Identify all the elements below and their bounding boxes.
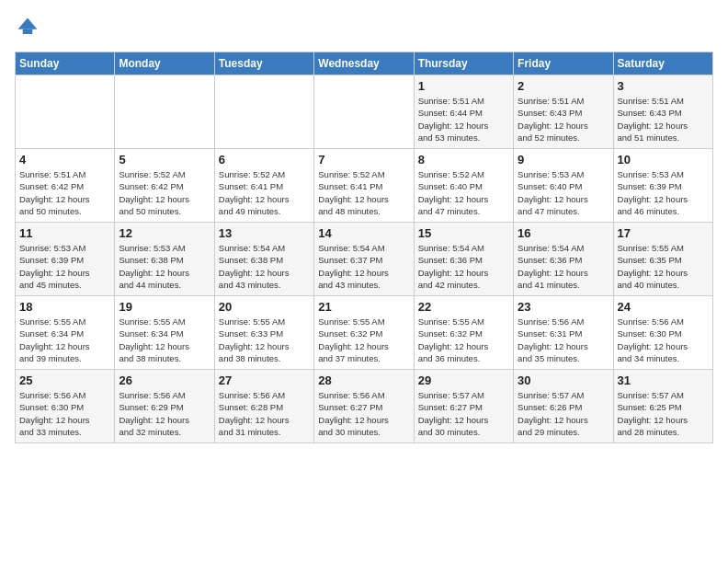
day-info: Sunrise: 5:56 AMSunset: 6:30 PMDaylight:… [618,316,709,364]
calendar-cell: 21Sunrise: 5:55 AMSunset: 6:32 PMDayligh… [314,296,414,370]
day-number: 2 [518,79,609,93]
day-number: 8 [418,153,509,167]
day-info: Sunrise: 5:54 AMSunset: 6:36 PMDaylight:… [518,242,609,291]
day-info: Sunrise: 5:55 AMSunset: 6:33 PMDaylight:… [219,316,310,364]
calendar-cell: 10Sunrise: 5:53 AMSunset: 6:39 PMDayligh… [613,149,712,223]
svg-rect-1 [23,29,33,34]
col-saturday: Saturday [613,52,712,75]
calendar-week-2: 4Sunrise: 5:51 AMSunset: 6:42 PMDaylight… [16,149,713,223]
day-number: 28 [318,373,409,387]
calendar-cell: 9Sunrise: 5:53 AMSunset: 6:40 PMDaylight… [514,149,613,223]
day-info: Sunrise: 5:51 AMSunset: 6:44 PMDaylight:… [418,95,509,144]
day-number: 20 [219,300,310,314]
calendar-cell: 7Sunrise: 5:52 AMSunset: 6:41 PMDaylight… [314,149,414,223]
calendar-week-5: 25Sunrise: 5:56 AMSunset: 6:30 PMDayligh… [16,370,713,443]
calendar-cell: 14Sunrise: 5:54 AMSunset: 6:37 PMDayligh… [314,223,414,296]
calendar-cell: 31Sunrise: 5:57 AMSunset: 6:25 PMDayligh… [613,370,712,443]
calendar-cell: 26Sunrise: 5:56 AMSunset: 6:29 PMDayligh… [115,370,214,443]
calendar-cell: 18Sunrise: 5:55 AMSunset: 6:34 PMDayligh… [16,296,115,370]
col-monday: Monday [115,52,214,75]
day-number: 7 [318,153,409,167]
col-friday: Friday [514,52,613,75]
day-number: 11 [19,226,110,240]
calendar-cell: 6Sunrise: 5:52 AMSunset: 6:41 PMDaylight… [214,149,313,223]
calendar-cell: 17Sunrise: 5:55 AMSunset: 6:35 PMDayligh… [613,223,712,296]
day-info: Sunrise: 5:53 AMSunset: 6:39 PMDaylight:… [618,168,709,217]
svg-marker-0 [18,18,38,29]
calendar-week-4: 18Sunrise: 5:55 AMSunset: 6:34 PMDayligh… [16,296,713,370]
calendar-header: Sunday Monday Tuesday Wednesday Thursday… [16,52,713,75]
page-header [15,15,713,40]
calendar-cell: 2Sunrise: 5:51 AMSunset: 6:43 PMDaylight… [514,75,613,149]
day-number: 4 [19,153,110,167]
day-number: 17 [618,226,709,240]
day-number: 27 [219,373,310,387]
day-info: Sunrise: 5:53 AMSunset: 6:39 PMDaylight:… [19,242,110,291]
calendar-cell: 19Sunrise: 5:55 AMSunset: 6:34 PMDayligh… [115,296,214,370]
calendar-cell: 15Sunrise: 5:54 AMSunset: 6:36 PMDayligh… [414,223,513,296]
day-info: Sunrise: 5:55 AMSunset: 6:32 PMDaylight:… [418,316,509,364]
day-number: 6 [219,153,310,167]
day-info: Sunrise: 5:54 AMSunset: 6:37 PMDaylight:… [318,242,409,291]
day-info: Sunrise: 5:55 AMSunset: 6:35 PMDaylight:… [618,242,709,291]
day-number: 23 [518,300,609,314]
calendar-cell: 20Sunrise: 5:55 AMSunset: 6:33 PMDayligh… [214,296,313,370]
calendar-cell [16,75,115,149]
calendar-week-3: 11Sunrise: 5:53 AMSunset: 6:39 PMDayligh… [16,223,713,296]
calendar-cell: 27Sunrise: 5:56 AMSunset: 6:28 PMDayligh… [214,370,313,443]
day-info: Sunrise: 5:56 AMSunset: 6:28 PMDaylight:… [219,389,310,438]
day-number: 14 [318,226,409,240]
calendar-cell: 4Sunrise: 5:51 AMSunset: 6:42 PMDaylight… [16,149,115,223]
day-info: Sunrise: 5:55 AMSunset: 6:32 PMDaylight:… [318,316,409,364]
calendar-cell: 25Sunrise: 5:56 AMSunset: 6:30 PMDayligh… [16,370,115,443]
day-number: 31 [618,373,709,387]
day-info: Sunrise: 5:53 AMSunset: 6:40 PMDaylight:… [518,168,609,217]
calendar-cell: 30Sunrise: 5:57 AMSunset: 6:26 PMDayligh… [514,370,613,443]
day-number: 25 [19,373,110,387]
header-row: Sunday Monday Tuesday Wednesday Thursday… [16,52,713,75]
day-info: Sunrise: 5:51 AMSunset: 6:43 PMDaylight:… [618,95,709,144]
day-number: 21 [318,300,409,314]
calendar-week-1: 1Sunrise: 5:51 AMSunset: 6:44 PMDaylight… [16,75,713,149]
day-number: 16 [518,226,609,240]
day-info: Sunrise: 5:56 AMSunset: 6:27 PMDaylight:… [318,389,409,438]
day-number: 10 [618,153,709,167]
day-info: Sunrise: 5:51 AMSunset: 6:42 PMDaylight:… [19,168,110,217]
day-number: 29 [418,373,509,387]
col-thursday: Thursday [414,52,513,75]
day-info: Sunrise: 5:57 AMSunset: 6:26 PMDaylight:… [518,389,609,438]
calendar-cell: 23Sunrise: 5:56 AMSunset: 6:31 PMDayligh… [514,296,613,370]
day-info: Sunrise: 5:56 AMSunset: 6:30 PMDaylight:… [19,389,110,438]
col-wednesday: Wednesday [314,52,414,75]
day-info: Sunrise: 5:51 AMSunset: 6:43 PMDaylight:… [518,95,609,144]
day-number: 30 [518,373,609,387]
calendar-cell: 8Sunrise: 5:52 AMSunset: 6:40 PMDaylight… [414,149,513,223]
logo [15,15,44,40]
day-info: Sunrise: 5:53 AMSunset: 6:38 PMDaylight:… [119,242,210,291]
day-number: 24 [618,300,709,314]
calendar-cell: 3Sunrise: 5:51 AMSunset: 6:43 PMDaylight… [613,75,712,149]
day-number: 5 [119,153,210,167]
day-info: Sunrise: 5:52 AMSunset: 6:40 PMDaylight:… [418,168,509,217]
calendar-cell: 24Sunrise: 5:56 AMSunset: 6:30 PMDayligh… [613,296,712,370]
calendar-cell [214,75,313,149]
calendar-cell: 11Sunrise: 5:53 AMSunset: 6:39 PMDayligh… [16,223,115,296]
calendar-body: 1Sunrise: 5:51 AMSunset: 6:44 PMDaylight… [16,75,713,443]
calendar-cell: 22Sunrise: 5:55 AMSunset: 6:32 PMDayligh… [414,296,513,370]
day-number: 15 [418,226,509,240]
day-number: 22 [418,300,509,314]
day-number: 3 [618,79,709,93]
calendar-cell: 29Sunrise: 5:57 AMSunset: 6:27 PMDayligh… [414,370,513,443]
logo-icon [15,15,40,40]
day-number: 9 [518,153,609,167]
calendar-cell: 16Sunrise: 5:54 AMSunset: 6:36 PMDayligh… [514,223,613,296]
day-number: 18 [19,300,110,314]
day-info: Sunrise: 5:52 AMSunset: 6:42 PMDaylight:… [119,168,210,217]
day-info: Sunrise: 5:54 AMSunset: 6:38 PMDaylight:… [219,242,310,291]
day-number: 12 [119,226,210,240]
day-info: Sunrise: 5:57 AMSunset: 6:25 PMDaylight:… [618,389,709,438]
day-info: Sunrise: 5:57 AMSunset: 6:27 PMDaylight:… [418,389,509,438]
calendar-cell [115,75,214,149]
day-info: Sunrise: 5:56 AMSunset: 6:31 PMDaylight:… [518,316,609,364]
calendar-cell: 28Sunrise: 5:56 AMSunset: 6:27 PMDayligh… [314,370,414,443]
